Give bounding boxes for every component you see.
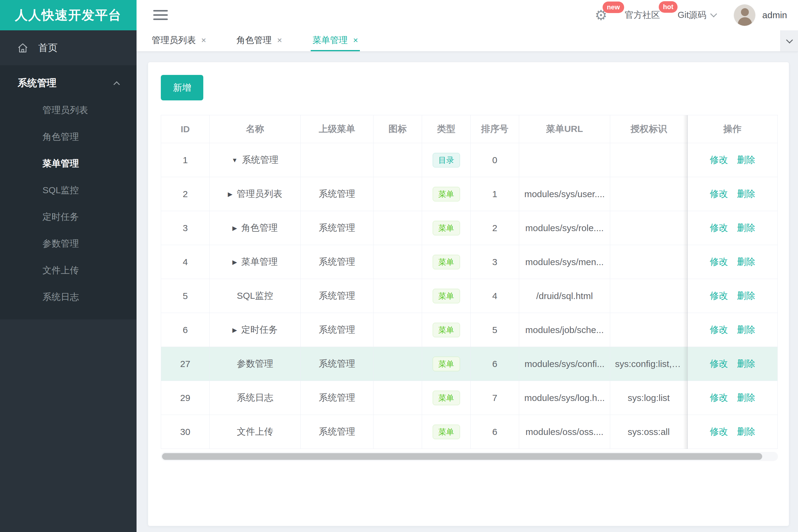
add-button[interactable]: 新增 <box>161 75 203 100</box>
edit-link[interactable]: 修改 <box>710 155 728 165</box>
caret-right-icon[interactable]: ▶ <box>228 190 233 198</box>
column-header-4: 类型 <box>422 115 470 143</box>
delete-link[interactable]: 删除 <box>737 325 755 335</box>
cell-menu-url: modules/job/sche... <box>519 313 610 347</box>
cell-name: ▶定时任务 <box>210 313 301 347</box>
horizontal-scrollbar[interactable] <box>161 452 778 461</box>
hamburger-menu-icon[interactable] <box>153 10 168 21</box>
sidebar-item-0[interactable]: 管理员列表 <box>0 97 136 124</box>
sidebar-item-5[interactable]: 参数管理 <box>0 230 136 257</box>
type-badge-directory: 目录 <box>433 153 460 167</box>
cell-name: 参数管理 <box>210 347 301 381</box>
main-content: 新增 ID名称上级菜单图标类型排序号菜单URL授权标识操作 1▼系统管理目录0修… <box>136 52 798 532</box>
cell-actions: 修改删除 <box>688 245 778 279</box>
cell-name: SQL监控 <box>210 279 301 313</box>
delete-link[interactable]: 删除 <box>737 359 755 368</box>
delete-link[interactable]: 删除 <box>737 393 755 402</box>
cell-order: 6 <box>470 347 519 381</box>
cell-menu-url: modules/sys/log.h... <box>519 381 610 415</box>
sidebar-item-3[interactable]: SQL监控 <box>0 177 136 204</box>
caret-right-icon[interactable]: ▶ <box>233 259 237 266</box>
git-source-dropdown[interactable]: Git源码 <box>678 9 716 21</box>
cell-icon <box>373 415 422 449</box>
cell-id: 2 <box>161 177 210 211</box>
cell-perms <box>610 313 688 347</box>
menu-name: 系统管理 <box>242 155 278 165</box>
content-panel: 新增 ID名称上级菜单图标类型排序号菜单URL授权标识操作 1▼系统管理目录0修… <box>148 62 789 526</box>
sidebar-item-1[interactable]: 角色管理 <box>0 124 136 150</box>
cell-actions: 修改删除 <box>688 415 778 449</box>
tab-1[interactable]: 角色管理× <box>235 30 284 51</box>
cell-id: 30 <box>161 415 210 449</box>
cell-name: ▶管理员列表 <box>210 177 301 211</box>
cell-icon <box>373 245 422 279</box>
sidebar-group-title[interactable]: 系统管理 <box>0 70 136 97</box>
tab-list-dropdown-button[interactable] <box>780 30 798 51</box>
cell-perms: sys:log:list <box>610 381 688 415</box>
edit-link[interactable]: 修改 <box>710 223 728 233</box>
sidebar-item-2[interactable]: 菜单管理 <box>0 150 136 177</box>
cell-perms <box>610 211 688 245</box>
tabs-container: 管理员列表×角色管理×菜单管理× <box>136 30 373 51</box>
user-menu[interactable]: admin <box>734 4 787 26</box>
edit-link[interactable]: 修改 <box>710 325 728 335</box>
edit-link[interactable]: 修改 <box>710 426 728 436</box>
column-header-1: 名称 <box>210 115 301 143</box>
sidebar-item-home[interactable]: 首页 <box>0 30 136 65</box>
cell-icon <box>373 347 422 381</box>
close-tab-icon[interactable]: × <box>353 36 358 45</box>
avatar[interactable] <box>734 4 756 26</box>
cell-name: 系统日志 <box>210 381 301 415</box>
cell-order: 5 <box>470 313 519 347</box>
edit-link[interactable]: 修改 <box>710 393 728 402</box>
delete-link[interactable]: 删除 <box>737 290 755 301</box>
settings-button[interactable]: ⚙ new <box>595 8 607 22</box>
cell-perms <box>610 279 688 313</box>
caret-right-icon[interactable]: ▶ <box>233 326 237 334</box>
cell-id: 3 <box>161 211 210 245</box>
tab-0[interactable]: 管理员列表× <box>150 30 208 51</box>
community-link[interactable]: 官方社区 hot <box>625 9 660 21</box>
table-row: 4▶菜单管理系统管理菜单3modules/sys/men...修改删除 <box>161 245 778 279</box>
edit-link[interactable]: 修改 <box>710 256 728 267</box>
cell-menu-url <box>519 143 610 177</box>
caret-right-icon[interactable]: ▶ <box>233 225 237 232</box>
close-tab-icon[interactable]: × <box>201 36 206 45</box>
delete-link[interactable]: 删除 <box>737 155 755 165</box>
column-header-2: 上级菜单 <box>301 115 373 143</box>
table-row: 2▶管理员列表系统管理菜单1modules/sys/user....修改删除 <box>161 177 778 211</box>
cell-actions: 修改删除 <box>688 143 778 177</box>
tab-label: 角色管理 <box>236 34 272 46</box>
sidebar-item-4[interactable]: 定时任务 <box>0 204 136 230</box>
cell-id: 4 <box>161 245 210 279</box>
edit-link[interactable]: 修改 <box>710 359 728 368</box>
hot-badge: hot <box>659 1 678 13</box>
delete-link[interactable]: 删除 <box>737 223 755 233</box>
edit-link[interactable]: 修改 <box>710 189 728 199</box>
tab-2[interactable]: 菜单管理× <box>311 30 360 51</box>
edit-link[interactable]: 修改 <box>710 290 728 301</box>
cell-name: ▼系统管理 <box>210 143 301 177</box>
type-badge-menu: 菜单 <box>433 391 460 405</box>
chevron-down-icon <box>710 11 717 18</box>
cell-order: 4 <box>470 279 519 313</box>
close-tab-icon[interactable]: × <box>277 36 282 45</box>
tab-label: 管理员列表 <box>152 34 196 46</box>
table-row: 5SQL监控系统管理菜单4/druid/sql.html修改删除 <box>161 279 778 313</box>
delete-link[interactable]: 删除 <box>737 426 755 436</box>
table-row: 29系统日志系统管理菜单7modules/sys/log.h...sys:log… <box>161 381 778 415</box>
cell-parent-menu: 系统管理 <box>301 313 373 347</box>
menu-name: 管理员列表 <box>237 189 282 199</box>
scrollbar-thumb[interactable] <box>162 453 762 460</box>
cell-menu-url: modules/oss/oss.... <box>519 415 610 449</box>
caret-down-icon[interactable]: ▼ <box>232 157 238 164</box>
community-label: 官方社区 <box>625 9 660 21</box>
cell-parent-menu: 系统管理 <box>301 211 373 245</box>
cell-type: 菜单 <box>422 347 470 381</box>
sidebar-item-6[interactable]: 文件上传 <box>0 257 136 284</box>
sidebar-item-7[interactable]: 系统日志 <box>0 284 136 310</box>
delete-link[interactable]: 删除 <box>737 189 755 199</box>
delete-link[interactable]: 删除 <box>737 256 755 267</box>
cell-menu-url: /druid/sql.html <box>519 279 610 313</box>
new-badge: new <box>602 1 624 13</box>
